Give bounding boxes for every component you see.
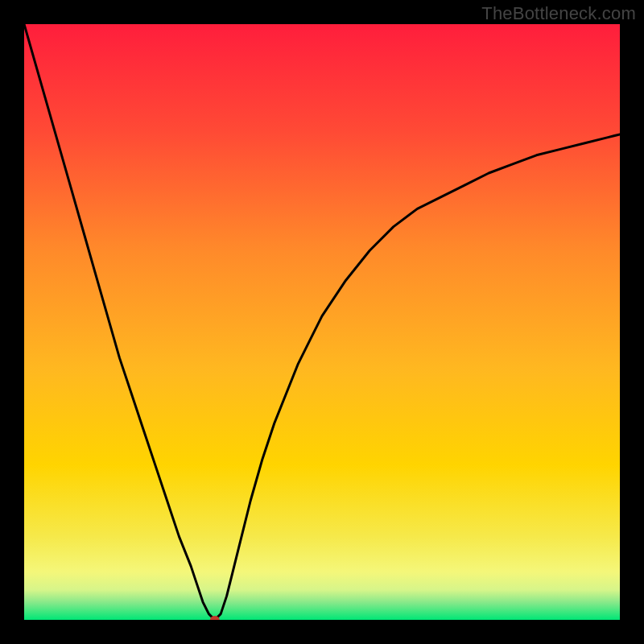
- gradient-bg: [24, 24, 620, 620]
- plot-area: [24, 24, 620, 620]
- watermark-text: TheBottleneck.com: [481, 3, 636, 24]
- chart-frame: TheBottleneck.com: [0, 0, 644, 644]
- chart-svg: [24, 24, 620, 620]
